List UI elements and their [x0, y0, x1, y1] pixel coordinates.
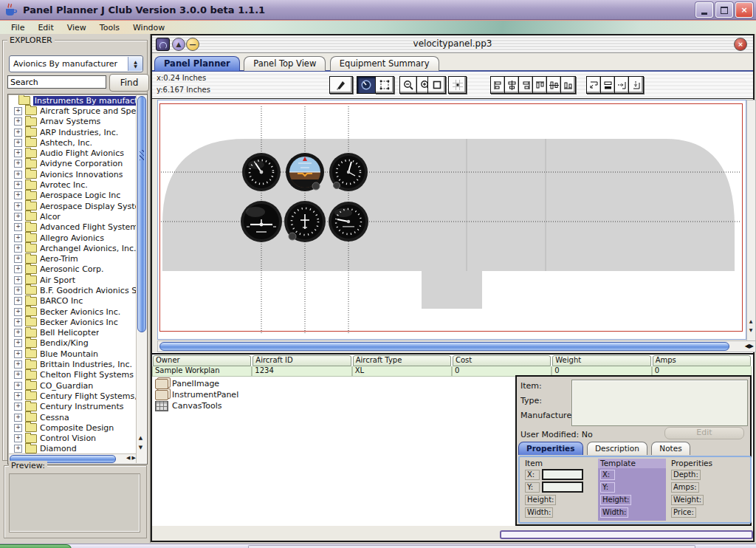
- tree-item[interactable]: + CO_Guardian: [9, 380, 136, 391]
- tree-item[interactable]: + Becker Avionics Inc: [9, 317, 136, 327]
- expand-icon[interactable]: +: [14, 160, 22, 168]
- zoom-out-button[interactable]: [399, 76, 418, 94]
- tree-item[interactable]: + Control Vision: [9, 434, 136, 444]
- snap-bottom-button[interactable]: [628, 76, 644, 94]
- bottom-horizontal-scrollbar[interactable]: [500, 530, 753, 539]
- start-button[interactable]: [0, 544, 72, 548]
- select-tool-button[interactable]: [375, 76, 394, 94]
- tree-item[interactable]: + Air Sport: [9, 275, 136, 285]
- rectangle-tool-button[interactable]: [427, 76, 446, 94]
- search-input[interactable]: [7, 75, 106, 89]
- tree-item[interactable]: + Cessna: [9, 412, 136, 422]
- canvas-horizontal-scrollbar[interactable]: ◀▶: [157, 340, 756, 352]
- snap-right-button[interactable]: [614, 76, 630, 94]
- tree-item[interactable]: + Century Instruments: [9, 402, 136, 412]
- tree-item[interactable]: + Aerospace Display Systems: [9, 201, 136, 211]
- pen-tool-button[interactable]: [329, 76, 353, 94]
- document-titlebar[interactable]: ▲ — velocitypanel.pp3 ×: [152, 35, 753, 53]
- tree-item[interactable]: + Aerospace Logic Inc: [9, 191, 136, 201]
- align-middle-button[interactable]: [546, 76, 562, 94]
- menu-item[interactable]: File: [4, 22, 31, 33]
- taskbar-app-button[interactable]: [248, 545, 695, 548]
- field-input[interactable]: [542, 482, 583, 493]
- expand-icon[interactable]: +: [14, 360, 22, 369]
- tree-item[interactable]: + Avionics Innovations: [9, 169, 136, 179]
- layer-item[interactable]: CanvasTools: [155, 400, 303, 411]
- minimize-button[interactable]: [695, 2, 713, 18]
- tree-item[interactable]: + Composite Design: [9, 422, 136, 433]
- tree-item[interactable]: + Bell Helicopter: [9, 328, 136, 338]
- tree-item[interactable]: + Century Flight Systems, In: [9, 391, 136, 401]
- panel-canvas[interactable]: [157, 100, 746, 340]
- expand-icon[interactable]: +: [14, 350, 22, 358]
- expand-icon[interactable]: +: [14, 329, 22, 337]
- vertical-speed-indicator[interactable]: [329, 202, 368, 242]
- align-bottom-button[interactable]: [560, 76, 576, 94]
- table-cell[interactable]: Sample Workplan: [152, 366, 252, 377]
- menu-item[interactable]: Window: [126, 22, 171, 33]
- tree-item[interactable]: + Allegro Avionics: [9, 233, 136, 243]
- expand-icon[interactable]: +: [14, 255, 22, 263]
- canvas-vertical-scrollbar[interactable]: ▲ ▼: [746, 100, 756, 341]
- table-cell[interactable]: 1234: [252, 366, 351, 377]
- tree-item[interactable]: + Diamond: [9, 444, 136, 454]
- altimeter[interactable]: [329, 153, 368, 191]
- snap-middle-button[interactable]: [600, 76, 616, 94]
- expand-icon[interactable]: +: [14, 382, 22, 390]
- column-header[interactable]: Weight: [552, 355, 650, 366]
- align-center-horizontal-button[interactable]: [504, 76, 520, 94]
- expand-icon[interactable]: +: [14, 371, 22, 379]
- scroll-up-icon[interactable]: ▲: [747, 318, 755, 323]
- expand-icon[interactable]: +: [14, 149, 22, 157]
- tree-item[interactable]: + Alcor: [9, 211, 136, 222]
- tree-item[interactable]: + Bendix/King: [9, 338, 136, 349]
- turn-coordinator[interactable]: [241, 201, 282, 242]
- tree-item[interactable]: + Audio Flight Avionics: [9, 148, 136, 158]
- close-button[interactable]: ×: [735, 2, 753, 18]
- tree-item[interactable]: + Aero-Trim: [9, 253, 136, 264]
- table-cell[interactable]: XL: [352, 366, 452, 377]
- find-button[interactable]: Find: [109, 74, 149, 92]
- expand-icon[interactable]: +: [14, 202, 22, 210]
- tree-item[interactable]: + Avrotec Inc.: [9, 179, 136, 190]
- expand-icon[interactable]: +: [14, 434, 22, 442]
- grid-snap-button[interactable]: [448, 76, 467, 94]
- column-header[interactable]: Aircraft ID: [252, 355, 351, 366]
- tree-item[interactable]: + Ashtech, Inc.: [9, 137, 136, 148]
- tab-equipment-summary[interactable]: Equipment Summary: [330, 56, 439, 71]
- menu-item[interactable]: Tools: [93, 22, 126, 33]
- snap-top-button[interactable]: [586, 76, 602, 94]
- expand-icon[interactable]: +: [14, 191, 22, 199]
- layer-item[interactable]: PanelImage: [155, 378, 303, 389]
- scroll-down-icon[interactable]: ▼: [747, 327, 755, 332]
- tree-item[interactable]: + Aerosonic Corp.: [9, 264, 136, 275]
- expand-icon[interactable]: +: [14, 287, 22, 295]
- tab-notes[interactable]: Notes: [651, 442, 690, 455]
- column-header[interactable]: Amps: [653, 355, 751, 366]
- scroll-arrows-icon[interactable]: ◀ ▶: [126, 455, 136, 461]
- column-header[interactable]: Aircraft Type: [353, 355, 451, 366]
- expand-icon[interactable]: +: [14, 234, 22, 242]
- restore-button[interactable]: [715, 2, 733, 18]
- category-combobox[interactable]: Avionics By manufacturer ▲▼: [9, 55, 143, 72]
- tree-root-item[interactable]: + Instruments By manufacturer: [9, 95, 136, 106]
- airspeed-indicator[interactable]: [242, 153, 281, 191]
- layer-item[interactable]: InstrumentPanel: [155, 389, 303, 400]
- align-top-button[interactable]: [532, 76, 548, 94]
- align-right-button[interactable]: [518, 76, 534, 94]
- expand-icon[interactable]: +: [14, 403, 22, 411]
- tree-item[interactable]: + Blue Mountain: [9, 349, 136, 359]
- tab-panel-top-view[interactable]: Panel Top View: [244, 56, 326, 71]
- expand-icon[interactable]: +: [14, 414, 22, 422]
- heading-indicator[interactable]: [284, 201, 326, 242]
- expand-icon[interactable]: +: [14, 392, 22, 400]
- expand-icon[interactable]: +: [14, 171, 22, 179]
- scrollbar-thumb[interactable]: [159, 342, 729, 351]
- tree-item[interactable]: + Aircraft Spruce and Specia: [9, 106, 136, 116]
- menu-item[interactable]: Edit: [31, 22, 60, 33]
- menu-item[interactable]: View: [61, 22, 93, 33]
- expand-icon[interactable]: +: [14, 244, 22, 253]
- expand-icon[interactable]: +: [14, 117, 22, 126]
- expand-icon[interactable]: +: [14, 318, 22, 326]
- attitude-indicator[interactable]: [286, 153, 324, 191]
